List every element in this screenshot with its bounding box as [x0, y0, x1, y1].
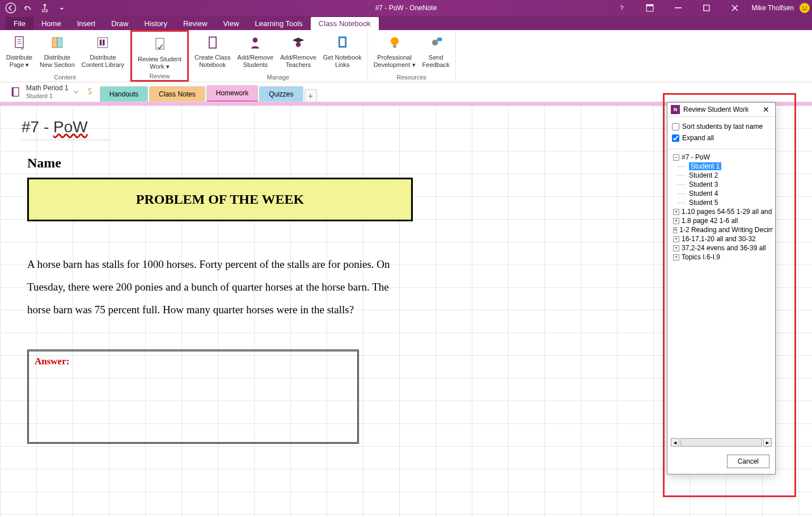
distribute-new-section-button[interactable]: DistributeNew Section [36, 31, 78, 74]
library-icon [94, 33, 112, 52]
ribbon-group-review: Review StudentWork ▾Review [130, 30, 189, 82]
undo-button[interactable] [22, 2, 34, 14]
page-content[interactable]: Name PROBLEM OF THE WEEK A horse barn ha… [27, 155, 413, 444]
tree-student-5[interactable]: Student 5 [670, 198, 773, 207]
expand-checkbox[interactable]: Expand all [672, 134, 771, 142]
touch-mode-button[interactable] [39, 2, 51, 14]
tree-assignment-5[interactable]: + Topics I.6-I.9 [670, 253, 773, 262]
close-button[interactable] [724, 0, 746, 16]
back-button[interactable] [5, 2, 17, 14]
section-handouts[interactable]: Handouts [100, 86, 148, 102]
ribbon-group-resources: ProfessionalDevelopment ▾SendFeedbackRes… [368, 30, 456, 82]
cancel-button[interactable]: Cancel [727, 455, 769, 468]
tab-insert[interactable]: Insert [69, 17, 104, 30]
problem-body: A horse barn has stalls for 1000 horses.… [27, 253, 413, 321]
notebook-picker[interactable]: Math Period 1 Student 1 [0, 82, 82, 102]
panel-close-button[interactable]: ✕ [760, 105, 772, 114]
svg-rect-17 [210, 37, 216, 48]
smile-icon[interactable] [800, 3, 810, 13]
svg-rect-10 [52, 37, 57, 48]
tab-review[interactable]: Review [175, 17, 215, 30]
add-remove-teachers-button[interactable]: Add/RemoveTeachers [277, 31, 320, 74]
minimize-button[interactable] [667, 0, 690, 16]
problem-header-box: PROBLEM OF THE WEEK [27, 178, 413, 221]
ribbon-group-content: DistributePage ▾DistributeNew SectionDis… [0, 30, 130, 82]
chevron-down-icon [73, 89, 79, 95]
svg-rect-23 [393, 45, 396, 47]
tree-student-2[interactable]: Student 2 [670, 171, 773, 180]
group-label: Resources [396, 74, 426, 82]
problem-header-text: PROBLEM OF THE WEEK [136, 192, 304, 207]
tree-assignment-3[interactable]: + 16-17,1-20 all and 30-32 [670, 234, 773, 243]
svg-rect-14 [103, 40, 105, 46]
user-name[interactable]: Mike Tholfsen [752, 4, 794, 12]
svg-rect-6 [704, 5, 709, 11]
svg-rect-27 [12, 88, 14, 96]
svg-rect-9 [15, 37, 23, 48]
review-icon [151, 35, 169, 53]
window-title: #7 - PoW - OneNote [375, 4, 437, 12]
group-label: Review [149, 73, 170, 81]
page-title[interactable]: #7 - PoW [22, 118, 111, 140]
svg-rect-5 [675, 7, 682, 9]
tab-file[interactable]: File [6, 17, 33, 30]
scroll-left-icon[interactable]: ◄ [671, 438, 679, 447]
section-icon [48, 33, 66, 52]
tree-assignment-1[interactable]: + 1.8 page 42 1-6 all [670, 216, 773, 225]
name-label: Name [27, 155, 413, 171]
svg-point-7 [803, 6, 804, 7]
svg-point-19 [296, 42, 301, 47]
tab-class-notebook[interactable]: Class Notebook [311, 17, 379, 30]
section-class-notes[interactable]: Class Notes [149, 86, 205, 102]
onenote-icon: N [671, 105, 680, 114]
sort-checkbox[interactable]: Sort students by last name [672, 123, 771, 131]
distribute-content-library-button[interactable]: DistributeContent Library [78, 31, 128, 74]
page-icon [10, 33, 28, 52]
create-class-notebook-button[interactable]: Create ClassNotebook [191, 31, 234, 74]
professional-development-button[interactable]: ProfessionalDevelopment ▾ [370, 31, 419, 74]
ribbon-display-options[interactable] [638, 0, 661, 16]
tab-draw[interactable]: Draw [103, 17, 136, 30]
section-homework[interactable]: Homework [206, 85, 258, 102]
tree-assignment-4[interactable]: + 37,2-24 evens and 36-39 all [670, 243, 773, 253]
tree-assignment-2[interactable]: + 1-2 Reading and Writing Decim [670, 225, 773, 234]
tab-home[interactable]: Home [33, 17, 69, 30]
notebook-icon [204, 33, 222, 52]
group-label: Content [54, 74, 76, 82]
get-notebook-links-button[interactable]: Get NotebookLinks [320, 31, 365, 74]
panel-header: N Review Student Work ✕ [667, 103, 775, 117]
distribute-page-button[interactable]: DistributePage ▾ [2, 31, 36, 74]
student-icon [246, 33, 264, 52]
answer-label: Answer: [35, 356, 69, 367]
svg-rect-11 [57, 37, 62, 48]
tree-student-3[interactable]: Student 3 [670, 180, 773, 189]
notebook-icon [10, 86, 22, 98]
add-section-button[interactable]: + [304, 89, 317, 102]
menu-tabs: File Home Insert Draw History Review Vie… [0, 16, 812, 30]
tab-history[interactable]: History [137, 17, 175, 30]
tree-student-1[interactable]: Student 1 [670, 162, 773, 171]
section-quizzes[interactable]: Quizzes [259, 86, 303, 102]
maximize-button[interactable] [695, 0, 718, 16]
tab-view[interactable]: View [215, 17, 247, 30]
svg-rect-13 [100, 40, 102, 46]
svg-rect-4 [646, 5, 653, 6]
answer-box[interactable]: Answer: [27, 350, 359, 444]
scroll-right-icon[interactable]: ► [763, 438, 772, 447]
send-feedback-button[interactable]: SendFeedback [419, 31, 453, 74]
section-tabs: Handouts Class Notes Homework Quizzes + [98, 82, 317, 102]
links-icon [333, 33, 352, 52]
tree-expanded-assignment[interactable]: − #7 - PoW [670, 153, 773, 162]
review-student-work-button[interactable]: Review StudentWork ▾ [134, 33, 185, 73]
svg-point-22 [391, 37, 399, 45]
svg-rect-25 [437, 37, 442, 41]
tree-student-4[interactable]: Student 4 [670, 189, 773, 198]
svg-text:?: ? [620, 5, 623, 11]
help-button[interactable]: ? [610, 0, 633, 16]
tab-learning-tools[interactable]: Learning Tools [247, 17, 311, 30]
qat-customize[interactable] [56, 2, 68, 14]
tree-assignment-0[interactable]: + 1.10 pages 54-55 1-29 all and [670, 207, 773, 216]
add-remove-students-button[interactable]: Add/RemoveStudents [234, 31, 277, 74]
panel-hscroll[interactable]: ◄ ► [667, 436, 775, 449]
svg-rect-1 [43, 10, 48, 11]
